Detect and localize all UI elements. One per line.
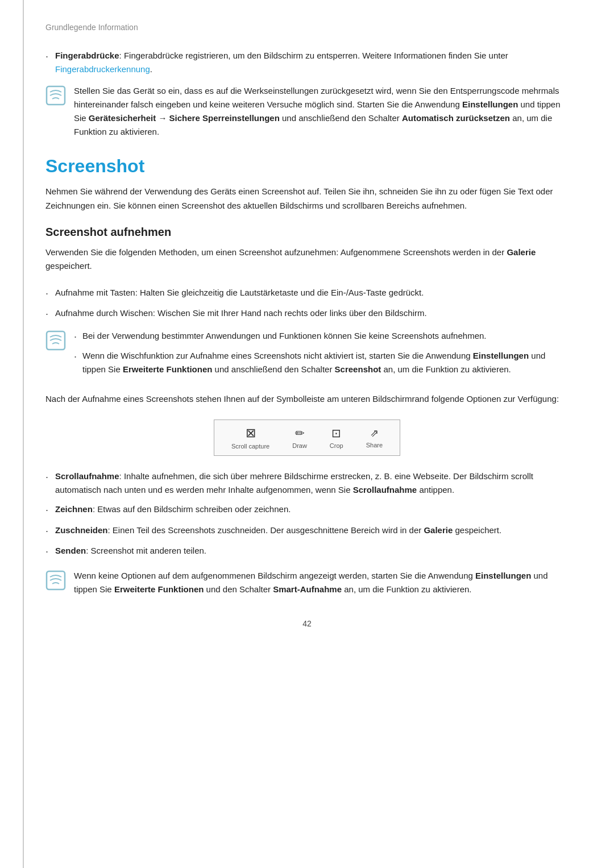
toolbar-box: ⊠ Scroll capture ✏ Draw ⊡ Crop ⇗ Share bbox=[214, 420, 400, 456]
note-bullet-1-text: Bei der Verwendung bestimmter Anwendunge… bbox=[82, 329, 486, 343]
bullet-dot-zeichnen: · bbox=[45, 503, 48, 517]
note-box-1: Stellen Sie das Gerät so ein, dass es au… bbox=[45, 84, 569, 139]
note-box-3: Wenn keine Optionen auf dem aufgenommene… bbox=[45, 569, 569, 596]
note-3-text: Wenn keine Optionen auf dem aufgenommene… bbox=[74, 569, 569, 596]
svg-rect-0 bbox=[47, 86, 65, 105]
note-2-bullets: · Bei der Verwendung bestimmter Anwendun… bbox=[74, 329, 569, 380]
toolbar-item-share: ⇗ Share bbox=[366, 427, 383, 448]
note-1-text: Stellen Sie das Gerät so ein, dass es au… bbox=[74, 84, 569, 139]
note-icon-2 bbox=[45, 330, 66, 351]
zeichnen-text: Zeichnen: Etwas auf den Bildschirm schre… bbox=[55, 502, 291, 516]
senden-bullet: · Senden: Screenshot mit anderen teilen. bbox=[45, 544, 569, 559]
share-label: Share bbox=[366, 442, 383, 448]
subsection-title: Screenshot aufnehmen bbox=[45, 226, 569, 239]
note-bullet-2-text: Wenn die Wischfunktion zur Aufnahme eine… bbox=[82, 349, 569, 376]
toolbar-image: ⊠ Scroll capture ✏ Draw ⊡ Crop ⇗ Share bbox=[45, 420, 569, 456]
scroll-capture-label: Scroll capture bbox=[231, 443, 269, 450]
section-intro: Nehmen Sie während der Verwendung des Ge… bbox=[45, 185, 569, 213]
fingerabdruckerkennung-link[interactable]: Fingerabdruckerkennung bbox=[55, 64, 150, 74]
bullet-dot-3: · bbox=[45, 307, 48, 321]
share-icon: ⇗ bbox=[370, 427, 379, 439]
zuschneiden-bullet: · Zuschneiden: Einen Teil des Screenshot… bbox=[45, 524, 569, 538]
svg-rect-1 bbox=[47, 331, 65, 350]
header-section: Grundlegende Information bbox=[45, 23, 569, 32]
note-bullet-dot-2: · bbox=[74, 350, 77, 364]
section-title: Screenshot bbox=[45, 156, 569, 177]
zuschneiden-text: Zuschneiden: Einen Teil des Screenshots … bbox=[55, 524, 501, 537]
toolbar-item-crop: ⊡ Crop bbox=[330, 426, 343, 449]
aufnahme-tasten-text: Aufnahme mit Tasten: Halten Sie gleichze… bbox=[55, 286, 424, 300]
breadcrumb: Grundlegende Information bbox=[45, 23, 569, 32]
scrollaufnahme-text: Scrollaufnahme: Inhalte aufnehmen, die s… bbox=[55, 470, 569, 497]
aufnahme-wischen-text: Aufnahme durch Wischen: Wischen Sie mit … bbox=[55, 306, 427, 320]
note-icon-1 bbox=[45, 85, 66, 106]
bullet-dot-senden: · bbox=[45, 545, 48, 559]
draw-label: Draw bbox=[292, 442, 307, 449]
aufnahme-wischen-bullet: · Aufnahme durch Wischen: Wischen Sie mi… bbox=[45, 306, 569, 321]
crop-icon: ⊡ bbox=[331, 426, 341, 440]
toolbar-item-draw: ✏ Draw bbox=[292, 426, 307, 449]
zeichnen-bullet: · Zeichnen: Etwas auf den Bildschirm sch… bbox=[45, 502, 569, 517]
page-container: Grundlegende Information · Fingerabdrück… bbox=[0, 0, 614, 868]
bullet-dot-zuschneiden: · bbox=[45, 524, 48, 538]
page-border-left bbox=[23, 0, 24, 868]
senden-text: Senden: Screenshot mit anderen teilen. bbox=[55, 544, 206, 558]
note-bullet-dot-1: · bbox=[74, 330, 77, 344]
fingerabdruecke-label: Fingerabdrücke bbox=[55, 51, 119, 60]
note-icon-3 bbox=[45, 570, 66, 591]
fingerabdruecke-bullet: · Fingerabdrücke: Fingerabdrücke registr… bbox=[45, 49, 569, 76]
note-bullet-2: · Wenn die Wischfunktion zur Aufnahme ei… bbox=[74, 349, 569, 376]
crop-label: Crop bbox=[330, 442, 343, 449]
after-toolbar-text: Nach der Aufnahme eines Screenshots steh… bbox=[45, 392, 569, 406]
scroll-capture-icon: ⊠ bbox=[246, 426, 256, 441]
draw-icon: ✏ bbox=[295, 426, 305, 440]
toolbar-item-scroll: ⊠ Scroll capture bbox=[231, 426, 269, 450]
bullet-dot-2: · bbox=[45, 286, 48, 301]
fingerabdruecke-text: Fingerabdrücke: Fingerabdrücke registrie… bbox=[55, 49, 569, 76]
page-number: 42 bbox=[45, 619, 569, 628]
scrollaufnahme-bullet: · Scrollaufnahme: Inhalte aufnehmen, die… bbox=[45, 470, 569, 497]
svg-rect-2 bbox=[47, 571, 65, 589]
subsection-intro: Verwenden Sie die folgenden Methoden, um… bbox=[45, 246, 569, 274]
aufnahme-tasten-bullet: · Aufnahme mit Tasten: Halten Sie gleich… bbox=[45, 286, 569, 301]
bullet-dot: · bbox=[45, 49, 48, 64]
note-bullet-1: · Bei der Verwendung bestimmter Anwendun… bbox=[74, 329, 569, 344]
note-box-2: · Bei der Verwendung bestimmter Anwendun… bbox=[45, 329, 569, 380]
bullet-dot-scroll: · bbox=[45, 470, 48, 484]
